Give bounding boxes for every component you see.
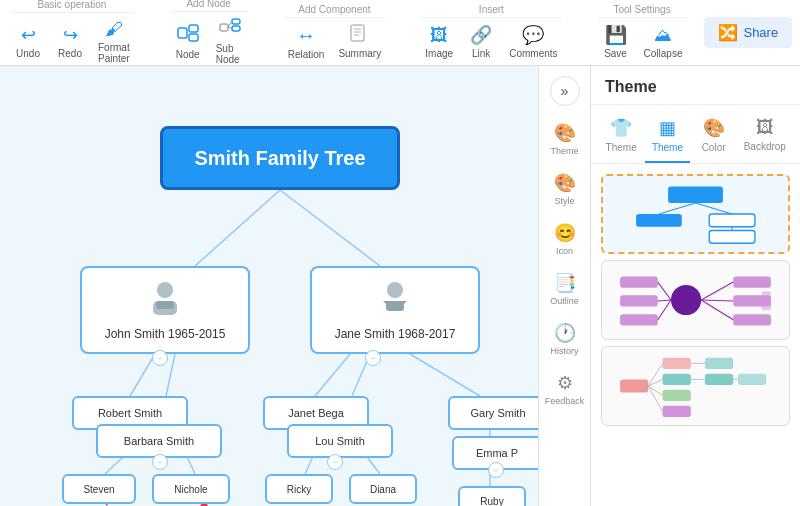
tool-settings-label: Tool Settings	[598, 4, 687, 18]
relation-button[interactable]: ↔ Relation	[284, 22, 329, 62]
panel-title: Theme	[605, 78, 657, 96]
link-button[interactable]: 🔗 Link	[463, 22, 499, 61]
svg-rect-32	[636, 214, 682, 227]
john-collapse-indicator[interactable]: −	[152, 350, 168, 366]
redo-icon: ↪	[63, 24, 78, 46]
format-painter-button[interactable]: 🖌 Format Painter	[94, 17, 134, 66]
svg-point-26	[157, 282, 173, 298]
svg-line-23	[410, 354, 480, 396]
collapse-panel-button[interactable]: »	[550, 76, 580, 106]
ruby-label: Ruby	[480, 496, 503, 507]
nichole-label: Nichole	[174, 484, 207, 495]
undo-button[interactable]: ↩ Undo	[10, 22, 46, 61]
ricky-node[interactable]: Ricky	[265, 474, 333, 504]
svg-line-13	[280, 190, 380, 266]
svg-line-63	[648, 386, 662, 411]
comments-icon: 💬	[522, 24, 544, 46]
basic-operation-group: Basic operation ↩ Undo ↪ Redo 🖌 Format P…	[10, 0, 134, 66]
toolbar: Basic operation ↩ Undo ↪ Redo 🖌 Format P…	[0, 0, 800, 66]
share-label: Share	[743, 25, 778, 40]
sidebar-item-outline[interactable]: 📑 Outline	[542, 266, 588, 312]
collapse-panel-icon: »	[561, 83, 569, 99]
tool-settings-group: Tool Settings 💾 Save ⛰ Collapse	[598, 4, 687, 61]
theme-card-2[interactable]	[601, 260, 790, 340]
tab-theme[interactable]: ▦ Theme	[645, 113, 689, 163]
emma-collapse-indicator[interactable]: −	[488, 462, 504, 478]
jane-smith-node[interactable]: Jane Smith 1968-2017	[310, 266, 480, 354]
john-smith-node[interactable]: John Smith 1965-2015	[80, 266, 250, 354]
svg-rect-5	[232, 26, 240, 31]
tab-backdrop-icon: 🖼	[756, 117, 774, 138]
jane-collapse-indicator[interactable]: −	[365, 350, 381, 366]
root-node[interactable]: Smith Family Tree	[160, 126, 400, 190]
gary-smith-node[interactable]: Gary Smith	[448, 396, 538, 430]
tab-theme-icon-icon: 👕	[610, 117, 632, 139]
svg-rect-59	[738, 374, 766, 385]
svg-rect-34	[709, 230, 755, 243]
diana-node[interactable]: Diana	[349, 474, 417, 504]
redo-label: Redo	[58, 48, 82, 59]
image-button[interactable]: 🖼 Image	[421, 23, 457, 61]
svg-line-46	[658, 300, 671, 301]
svg-rect-56	[663, 406, 691, 417]
sidebar-item-style[interactable]: 🎨 Style	[542, 166, 588, 212]
outline-icon: 📑	[554, 272, 576, 294]
nichole-node[interactable]: Nichole	[152, 474, 230, 504]
tab-backdrop[interactable]: 🖼 Backdrop	[738, 113, 792, 163]
sidebar-item-theme[interactable]: 🎨 Theme	[542, 116, 588, 162]
john-label: John Smith 1965-2015	[105, 327, 226, 341]
lou-smith-node[interactable]: Lou Smith	[287, 424, 393, 458]
collapse-icon: ⛰	[654, 25, 672, 46]
svg-rect-30	[386, 301, 404, 311]
summary-button[interactable]: Summary	[334, 22, 385, 61]
robert-label: Robert Smith	[98, 407, 162, 419]
sidebar-feedback-label: Feedback	[545, 396, 585, 406]
collapse-button[interactable]: ⛰ Collapse	[640, 23, 687, 61]
theme-card-3[interactable]	[601, 346, 790, 426]
svg-line-50	[701, 300, 733, 320]
svg-rect-39	[620, 276, 658, 287]
svg-rect-41	[620, 314, 658, 325]
save-icon: 💾	[605, 24, 627, 46]
sub-node-button[interactable]: Sub Node	[212, 16, 248, 67]
svg-point-29	[387, 282, 403, 298]
steven-label: Steven	[83, 484, 114, 495]
comments-button[interactable]: 💬 Comments	[505, 22, 561, 61]
steven-node[interactable]: Steven	[62, 474, 136, 504]
collapse-label: Collapse	[644, 48, 683, 59]
tab-theme-icon[interactable]: 👕 Theme	[599, 113, 643, 163]
barbara-collapse-indicator[interactable]: −	[152, 454, 168, 470]
tab-color[interactable]: 🎨 Color	[692, 113, 736, 163]
svg-rect-8	[351, 25, 364, 41]
sidebar-item-history[interactable]: 🕐 History	[542, 316, 588, 362]
tab-theme-icon2: ▦	[659, 117, 676, 139]
sidebar-style-label: Style	[554, 196, 574, 206]
undo-label: Undo	[16, 48, 40, 59]
svg-line-14	[130, 354, 155, 396]
node-button[interactable]: Node	[170, 22, 206, 62]
sidebar-item-feedback[interactable]: ⚙ Feedback	[542, 366, 588, 412]
svg-rect-55	[663, 390, 691, 401]
canvas[interactable]: Smith Family Tree John Smith 1965-2015	[0, 66, 538, 506]
save-button[interactable]: 💾 Save	[598, 22, 634, 61]
theme-card-1[interactable]	[601, 174, 790, 254]
format-painter-icon: 🖌	[105, 19, 123, 40]
svg-rect-53	[663, 358, 691, 369]
ruby-node[interactable]: Ruby	[458, 486, 526, 506]
svg-line-35	[659, 203, 696, 214]
basic-operation-label: Basic operation	[10, 0, 134, 13]
sidebar-theme-label: Theme	[550, 146, 578, 156]
svg-line-45	[658, 282, 671, 300]
barbara-smith-node[interactable]: Barbara Smith	[96, 424, 222, 458]
sidebar-item-icon[interactable]: 😊 Icon	[542, 216, 588, 262]
redo-button[interactable]: ↪ Redo	[52, 22, 88, 61]
summary-label: Summary	[338, 48, 381, 59]
svg-rect-57	[705, 358, 733, 369]
icon-icon: 😊	[554, 222, 576, 244]
lou-collapse-indicator[interactable]: −	[327, 454, 343, 470]
jane-label: Jane Smith 1968-2017	[335, 327, 456, 341]
share-button[interactable]: 🔀 Share	[704, 17, 792, 48]
ricky-label: Ricky	[287, 484, 311, 495]
svg-line-47	[658, 300, 671, 320]
sidebar-icon-label: Icon	[556, 246, 573, 256]
